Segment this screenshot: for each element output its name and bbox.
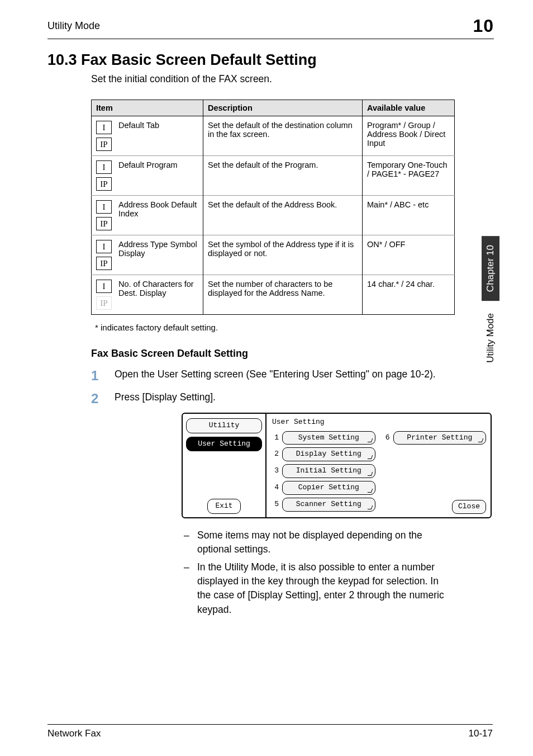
- mode-icons: I IP: [96, 121, 112, 151]
- item-description: Set the default of the Program.: [203, 156, 363, 196]
- mode-icon-i: I: [96, 240, 112, 253]
- table-row: I IP Address Book Default Index Set the …: [92, 196, 455, 235]
- option-number: 3: [271, 466, 279, 476]
- footer-rule: [47, 724, 493, 725]
- mode-icons: I IP: [96, 160, 112, 191]
- sidebar-utility-chip[interactable]: Utility: [186, 418, 262, 433]
- mode-icon-ip: IP: [96, 138, 112, 151]
- option-system-setting[interactable]: System Setting: [282, 431, 375, 445]
- item-available: 14 char.* / 24 char.: [363, 275, 455, 315]
- sidebar-user-setting-chip[interactable]: User Setting: [186, 437, 262, 452]
- running-head-text: Utility Mode: [47, 20, 100, 32]
- mode-icon-ip: IP: [96, 296, 112, 310]
- item-available: Temporary One-Touch / PAGE1* - PAGE27: [363, 156, 455, 196]
- th-available: Available value: [363, 100, 455, 116]
- mode-icon-ip: IP: [96, 217, 112, 230]
- item-available: Main* / ABC - etc: [363, 196, 455, 235]
- side-tab: Chapter 10 Utility Mode: [482, 236, 499, 371]
- item-label: Address Book Default Index: [118, 200, 198, 218]
- footer-left: Network Fax: [47, 728, 101, 739]
- option-initial-setting[interactable]: Initial Setting: [282, 464, 375, 478]
- item-available: ON* / OFF: [363, 235, 455, 275]
- item-description: Set the default of the destination colum…: [203, 116, 363, 156]
- mode-icons: I IP: [96, 200, 112, 230]
- screen-mock: Utility User Setting Exit User Setting 1…: [182, 413, 492, 518]
- th-item: Item: [92, 100, 203, 116]
- running-head-chapter-number: 10: [473, 16, 494, 36]
- mode-icon-i: I: [96, 280, 112, 293]
- item-label: No. of Characters for Dest. Display: [118, 280, 198, 297]
- mode-icon-i: I: [96, 200, 112, 214]
- footer-right: 10-17: [469, 728, 493, 739]
- option-scanner-setting[interactable]: Scanner Setting: [282, 498, 375, 512]
- section-intro: Set the initial condition of the FAX scr…: [91, 73, 455, 85]
- table-row: I IP No. of Characters for Dest. Display…: [92, 275, 455, 315]
- header-rule: [47, 39, 494, 39]
- step-2: Press [Display Setting]. Utility User Se…: [91, 390, 455, 617]
- item-available: Program* / Group / Address Book / Direct…: [363, 116, 455, 156]
- option-printer-setting[interactable]: Printer Setting: [393, 431, 487, 445]
- screen-close-button[interactable]: Close: [452, 500, 486, 514]
- option-copier-setting[interactable]: Copier Setting: [282, 481, 375, 495]
- item-label: Default Program: [118, 160, 178, 169]
- th-description: Description: [203, 100, 363, 116]
- screen-sidebar: Utility User Setting Exit: [183, 414, 266, 517]
- option-number: 6: [382, 433, 390, 443]
- option-number: 1: [271, 433, 279, 443]
- note-2: In the Utility Mode, it is also possible…: [182, 560, 455, 617]
- item-description: Set the default of the Address Book.: [203, 196, 363, 235]
- item-description: Set the symbol of the Address type if it…: [203, 235, 363, 275]
- table-row: I IP Default Program Set the default of …: [92, 156, 455, 196]
- option-number: 5: [271, 499, 279, 510]
- settings-table: Item Description Available value I IP De…: [91, 100, 455, 315]
- table-row: I IP Default Tab Set the default of the …: [92, 116, 455, 156]
- item-label: Default Tab: [118, 121, 159, 130]
- table-row: I IP Address Type Symbol Display Set the…: [92, 235, 455, 275]
- mode-icon-i: I: [96, 160, 112, 174]
- item-label: Address Type Symbol Display: [118, 240, 198, 258]
- item-description: Set the number of characters to be displ…: [203, 275, 363, 315]
- side-tab-chapter: Chapter 10: [482, 236, 499, 301]
- step-1: Open the User Setting screen (See "Enter…: [91, 367, 455, 381]
- note-1: Some items may not be displayed dependin…: [182, 528, 455, 557]
- mode-icons: I IP: [96, 240, 112, 270]
- option-number: 4: [271, 483, 279, 493]
- step-2-text: Press [Display Setting].: [115, 391, 216, 403]
- side-tab-utility: Utility Mode: [484, 305, 497, 371]
- mode-icon-i: I: [96, 121, 112, 134]
- option-display-setting[interactable]: Display Setting: [282, 447, 375, 461]
- footnote: * indicates factory default setting.: [95, 323, 455, 332]
- section-title: 10.3 Fax Basic Screen Default Setting: [47, 51, 455, 69]
- mode-icons: I IP: [96, 280, 112, 310]
- screen-title: User Setting: [272, 417, 486, 428]
- sidebar-exit-button[interactable]: Exit: [207, 499, 241, 514]
- subheading: Fax Basic Screen Default Setting: [91, 348, 455, 360]
- mode-icon-ip: IP: [96, 177, 112, 191]
- option-number: 2: [271, 449, 279, 460]
- mode-icon-ip: IP: [96, 257, 112, 270]
